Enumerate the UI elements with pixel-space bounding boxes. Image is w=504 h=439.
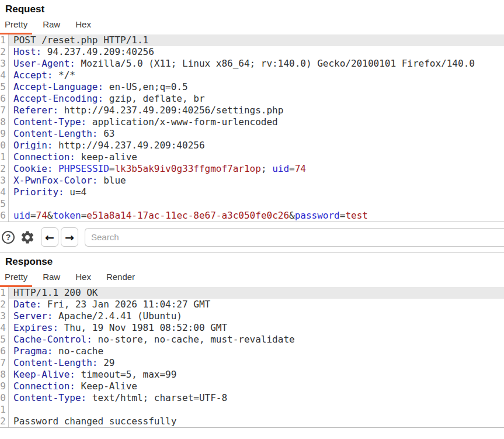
line-content: Accept: */* bbox=[9, 70, 504, 81]
token-plain: Fri, 23 Jan 2026 11:04:27 GMT bbox=[41, 299, 210, 310]
line-number: 1 bbox=[0, 287, 9, 299]
token-header: Date: bbox=[13, 299, 41, 310]
line-number: 13 bbox=[0, 175, 9, 186]
code-line: 12Password changed successfully bbox=[0, 416, 504, 427]
token-plain: no-cache bbox=[53, 345, 103, 357]
line-content: X-PwnFox-Color: blue bbox=[9, 175, 504, 186]
request-tabs: PrettyRawHex bbox=[0, 17, 504, 34]
line-content bbox=[9, 404, 504, 416]
code-line: 1POST /reset.php HTTP/1.1 bbox=[0, 34, 504, 46]
help-icon[interactable]: ? bbox=[2, 231, 15, 244]
code-line: 11Connection: keep-alive bbox=[0, 151, 504, 163]
token-header: Keep-Alive: bbox=[13, 369, 75, 380]
tab-raw[interactable]: Raw bbox=[38, 17, 65, 34]
line-content: Host: 94.237.49.209:40256 bbox=[9, 46, 504, 58]
token-header: Accept-Language: bbox=[13, 81, 103, 92]
response-tabs: PrettyRawHexRender bbox=[0, 269, 504, 287]
code-line: 3Server: Apache/2.4.41 (Ubuntu) bbox=[0, 310, 504, 322]
code-line: 15 bbox=[0, 198, 504, 210]
line-number: 11 bbox=[0, 151, 9, 163]
token-plain: Keep-Alive bbox=[75, 381, 137, 392]
line-number: 8 bbox=[0, 116, 9, 128]
line-content: Content-Type: application/x-www-form-url… bbox=[9, 116, 504, 128]
message-toolbar: ? ← → bbox=[0, 222, 504, 253]
token-header: Referer: bbox=[13, 105, 58, 116]
token-plain: Thu, 19 Nov 1981 08:52:00 GMT bbox=[58, 322, 227, 333]
token-plain: no-store, no-cache, must-revalidate bbox=[92, 334, 295, 345]
tab-render[interactable]: Render bbox=[102, 269, 140, 287]
help-glyph: ? bbox=[6, 233, 11, 242]
code-line: 3User-Agent: Mozilla/5.0 (X11; Linux x86… bbox=[0, 58, 504, 70]
code-line: 5Accept-Language: en-US,en;q=0.5 bbox=[0, 81, 504, 93]
request-editor[interactable]: 1POST /reset.php HTTP/1.12Host: 94.237.4… bbox=[0, 34, 504, 222]
token-header: Cookie: bbox=[13, 163, 53, 174]
code-line: 8Keep-Alive: timeout=5, max=99 bbox=[0, 369, 504, 381]
token-plain: 63 bbox=[98, 128, 115, 139]
token-plain: = bbox=[289, 163, 295, 174]
token-plain: http://94.237.49.209:40256/settings.php bbox=[58, 105, 283, 116]
token-header: Content-Length: bbox=[13, 357, 98, 368]
token-header: X-PwnFox-Color: bbox=[13, 175, 98, 186]
tab-hex[interactable]: Hex bbox=[71, 17, 96, 34]
response-panel: Response PrettyRawHexRender 1HTTP/1.1 20… bbox=[0, 253, 504, 428]
line-number: 12 bbox=[0, 163, 9, 175]
code-line: 10Origin: http://94.237.49.209:40256 bbox=[0, 140, 504, 151]
tab-hex[interactable]: Hex bbox=[71, 269, 96, 287]
request-title: Request bbox=[0, 0, 504, 16]
request-panel: Request PrettyRawHex 1POST /reset.php HT… bbox=[0, 0, 504, 222]
line-number: 9 bbox=[0, 128, 9, 140]
response-editor[interactable]: 1HTTP/1.1 200 OK2Date: Fri, 23 Jan 2026 … bbox=[0, 287, 504, 428]
line-number: 5 bbox=[0, 334, 9, 345]
line-content: Password changed successfully bbox=[9, 416, 504, 427]
code-line: 4Expires: Thu, 19 Nov 1981 08:52:00 GMT bbox=[0, 322, 504, 334]
line-number: 2 bbox=[0, 299, 9, 310]
gear-icon[interactable] bbox=[20, 230, 35, 245]
line-content bbox=[9, 198, 504, 210]
token-header: Content-Type: bbox=[13, 116, 86, 127]
tab-raw[interactable]: Raw bbox=[38, 269, 65, 287]
token-header: User-Agent: bbox=[13, 58, 75, 69]
line-number: 4 bbox=[0, 70, 9, 81]
line-content: Accept-Encoding: gzip, deflate, br bbox=[9, 93, 504, 105]
token-plain: = bbox=[340, 210, 346, 221]
line-content: HTTP/1.1 200 OK bbox=[9, 287, 504, 299]
token-header: Connection: bbox=[13, 381, 75, 392]
token-param: token bbox=[53, 210, 81, 221]
code-line: 7Referer: http://94.237.49.209:40256/set… bbox=[0, 105, 504, 116]
back-button[interactable]: ← bbox=[41, 227, 58, 247]
line-number: 10 bbox=[0, 140, 9, 151]
line-content: Priority: u=4 bbox=[9, 186, 504, 198]
tab-pretty[interactable]: Pretty bbox=[0, 269, 32, 287]
line-number: 9 bbox=[0, 381, 9, 392]
line-content: Content-Length: 29 bbox=[9, 357, 504, 369]
line-content: uid=74&token=e51a8a14-17ac-11ec-8e67-a3c… bbox=[9, 210, 504, 222]
token-header: Pragma: bbox=[13, 345, 53, 357]
code-line: 6Accept-Encoding: gzip, deflate, br bbox=[0, 93, 504, 105]
token-value: e51a8a14-17ac-11ec-8e67-a3c050fe0c26 bbox=[86, 210, 289, 221]
token-plain: Password changed successfully bbox=[13, 416, 176, 427]
code-line: 7Content-Length: 29 bbox=[0, 357, 504, 369]
token-header: Accept-Encoding: bbox=[13, 93, 103, 104]
token-header: Origin: bbox=[13, 140, 53, 151]
token-value: lk3b5ak9iv0g33ffgmof7ar1op bbox=[114, 163, 260, 174]
token-plain: = bbox=[30, 210, 36, 221]
line-content: Cookie: PHPSESSID=lk3b5ak9iv0g33ffgmof7a… bbox=[9, 163, 504, 175]
line-number: 3 bbox=[0, 310, 9, 322]
back-arrow-icon: ← bbox=[45, 231, 54, 244]
line-content: Referer: http://94.237.49.209:40256/sett… bbox=[9, 105, 504, 116]
token-header: Connection: bbox=[13, 151, 75, 163]
search-input[interactable] bbox=[85, 228, 504, 247]
tab-pretty[interactable]: Pretty bbox=[0, 17, 32, 34]
line-number: 15 bbox=[0, 198, 9, 210]
line-content: Content-Type: text/html; charset=UTF-8 bbox=[9, 392, 504, 404]
token-header: Server: bbox=[13, 310, 53, 322]
code-line: 5Cache-Control: no-store, no-cache, must… bbox=[0, 334, 504, 345]
token-header: Expires: bbox=[13, 322, 58, 333]
line-number: 4 bbox=[0, 322, 9, 334]
token-header: Accept: bbox=[13, 70, 53, 81]
line-number: 16 bbox=[0, 210, 9, 222]
line-number: 7 bbox=[0, 357, 9, 369]
line-content: POST /reset.php HTTP/1.1 bbox=[9, 34, 504, 46]
forward-button[interactable]: → bbox=[61, 227, 78, 247]
line-number: 11 bbox=[0, 404, 9, 416]
